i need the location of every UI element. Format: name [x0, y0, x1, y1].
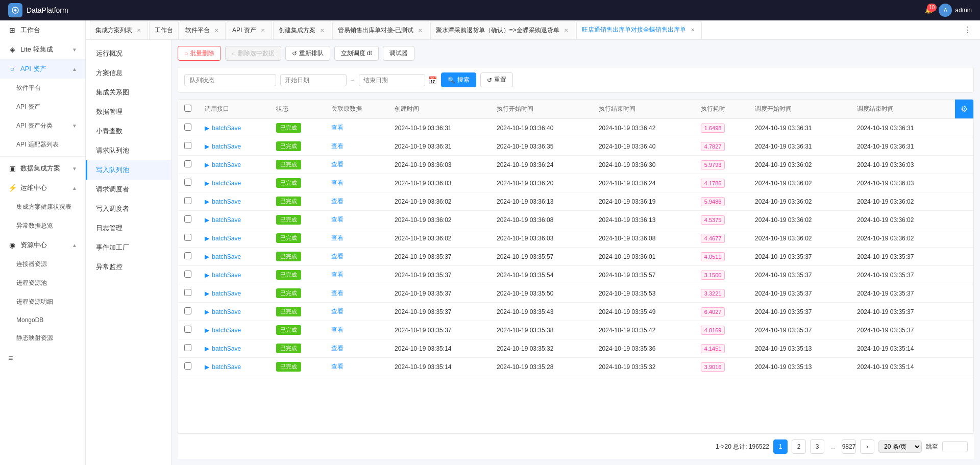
row-checkbox-0[interactable]	[184, 124, 191, 131]
api-link-10[interactable]: batchSave	[212, 308, 241, 315]
left-nav-write-scheduler[interactable]: 写入调度者	[86, 199, 171, 218]
row-checkbox-8[interactable]	[184, 271, 191, 278]
related-link-1[interactable]: 查看	[331, 142, 344, 150]
sidebar-item-health[interactable]: 集成方案健康状况表	[0, 198, 85, 216]
row-checkbox-6[interactable]	[184, 234, 191, 241]
row-checkbox-12[interactable]	[184, 344, 191, 351]
row-checkbox-7[interactable]	[184, 252, 191, 259]
play-icon-2[interactable]: ▶	[205, 161, 209, 168]
api-link-5[interactable]: batchSave	[212, 216, 241, 224]
left-nav-log-mgmt[interactable]: 日志管理	[86, 218, 171, 238]
related-link-9[interactable]: 查看	[331, 289, 344, 297]
row-checkbox-1[interactable]	[184, 142, 191, 149]
related-link-8[interactable]: 查看	[331, 271, 344, 278]
api-link-2[interactable]: batchSave	[212, 161, 241, 168]
play-icon-0[interactable]: ▶	[205, 125, 209, 132]
tab-close-api[interactable]: ✕	[259, 27, 266, 34]
sidebar-item-api-assets[interactable]: ○ API 资产 ▲	[0, 59, 85, 79]
sidebar-item-mongodb[interactable]: MongoDB	[0, 311, 85, 329]
row-checkbox-3[interactable]	[184, 179, 191, 186]
search-button[interactable]: 🔍 搜索	[441, 72, 476, 87]
row-checkbox-11[interactable]	[184, 326, 191, 333]
sidebar-expand-btn[interactable]: ≡	[0, 348, 85, 369]
play-icon-6[interactable]: ▶	[205, 235, 209, 242]
left-nav-anomaly-monitor[interactable]: 异常监控	[86, 257, 171, 277]
tab-api-assets[interactable]: API 资产 ✕	[227, 21, 272, 39]
play-icon-13[interactable]: ▶	[205, 363, 209, 371]
play-icon-9[interactable]: ▶	[205, 290, 209, 297]
page-btn-3[interactable]: 3	[810, 439, 824, 454]
api-link-4[interactable]: batchSave	[212, 198, 241, 205]
left-nav-small-cyan[interactable]: 小青查数	[86, 121, 171, 141]
related-link-4[interactable]: 查看	[331, 198, 344, 205]
tab-close-integration-list[interactable]: ✕	[135, 27, 142, 34]
sidebar-item-static-mapping[interactable]: 静态映射资源	[0, 329, 85, 348]
play-icon-8[interactable]: ▶	[205, 272, 209, 279]
sidebar-item-api-adapter[interactable]: API 适配器列表	[0, 135, 85, 154]
page-size-select[interactable]: 20 条/页 50 条/页 100 条/页	[878, 440, 922, 453]
queue-status-input[interactable]	[184, 74, 276, 86]
batch-delete-button[interactable]: ○ 批量删除	[178, 46, 221, 61]
related-link-13[interactable]: 查看	[331, 363, 344, 370]
api-link-13[interactable]: batchSave	[212, 363, 241, 371]
page-next-btn[interactable]: ›	[860, 439, 874, 454]
tab-software[interactable]: 软件平台 ✕	[180, 21, 226, 39]
api-link-3[interactable]: batchSave	[212, 180, 241, 187]
related-link-0[interactable]: 查看	[331, 124, 344, 131]
left-nav-run-overview[interactable]: 运行概况	[86, 44, 171, 63]
api-link-12[interactable]: batchSave	[212, 345, 241, 352]
row-checkbox-10[interactable]	[184, 307, 191, 314]
row-checkbox-13[interactable]	[184, 362, 191, 370]
calendar-icon[interactable]: 📅	[428, 76, 437, 84]
api-link-9[interactable]: batchSave	[212, 290, 241, 297]
play-icon-4[interactable]: ▶	[205, 198, 209, 205]
related-link-12[interactable]: 查看	[331, 345, 344, 352]
sidebar-item-process-pool[interactable]: 进程资源池	[0, 274, 85, 292]
tab-sales-outbound[interactable]: 管易销售出库单对接-已测试 ✕	[332, 21, 429, 39]
play-icon-7[interactable]: ▶	[205, 253, 209, 260]
tab-close-sales[interactable]: ✕	[416, 27, 424, 34]
api-link-7[interactable]: batchSave	[212, 253, 241, 260]
reset-button[interactable]: ↺ 重置	[480, 72, 513, 87]
goto-input[interactable]	[942, 441, 968, 452]
sidebar-item-workbench[interactable]: ⊞ 工作台	[0, 20, 85, 40]
play-icon-1[interactable]: ▶	[205, 143, 209, 150]
api-link-1[interactable]: batchSave	[212, 143, 241, 150]
schedule-dt-button[interactable]: 立刻调度 dt	[334, 46, 379, 61]
notification-button[interactable]: 🔔 10	[925, 7, 933, 14]
related-link-11[interactable]: 查看	[331, 326, 344, 333]
tab-wangdian-sales[interactable]: 旺店通销售出库单对接全蝶销售出库单 ✕	[576, 21, 702, 39]
related-link-10[interactable]: 查看	[331, 308, 344, 315]
tab-purchase-return[interactable]: 聚水潭采购退货单（确认）=>金蝶采购退货单 ✕	[430, 21, 575, 39]
sidebar-item-connectors[interactable]: 连接器资源	[0, 255, 85, 274]
select-all-checkbox[interactable]	[184, 105, 191, 112]
play-icon-3[interactable]: ▶	[205, 180, 209, 187]
related-link-3[interactable]: 查看	[331, 179, 344, 186]
sidebar-item-process-detail[interactable]: 进程资源明细	[0, 292, 85, 311]
sidebar-item-software[interactable]: 软件平台	[0, 79, 85, 97]
api-link-8[interactable]: batchSave	[212, 272, 241, 279]
sidebar-item-anomaly[interactable]: 异常数据总览	[0, 216, 85, 235]
row-checkbox-2[interactable]	[184, 160, 191, 167]
tab-create-integration[interactable]: 创建集成方案 ✕	[273, 21, 331, 39]
user-menu[interactable]: A admin	[939, 4, 972, 17]
re-sort-button[interactable]: ↺ 重新排队	[285, 46, 330, 61]
play-icon-5[interactable]: ▶	[205, 216, 209, 224]
left-nav-request-queue[interactable]: 请求队列池	[86, 141, 171, 160]
debugger-button[interactable]: 调试器	[383, 46, 414, 61]
settings-button[interactable]: ⚙	[955, 100, 973, 118]
tab-more-button[interactable]: ⋮	[960, 25, 976, 35]
tab-workbench[interactable]: 工作台	[149, 21, 179, 39]
sidebar-item-api-resource[interactable]: API 资产	[0, 97, 85, 116]
page-btn-2[interactable]: 2	[792, 439, 806, 454]
delete-selected-button[interactable]: ○ 删除选中数据	[225, 46, 281, 61]
sidebar-item-resource[interactable]: ◉ 资源中心 ▲	[0, 235, 85, 255]
api-link-6[interactable]: batchSave	[212, 235, 241, 242]
start-date-input[interactable]	[280, 74, 347, 86]
end-date-input[interactable]	[359, 74, 425, 86]
tab-close-create[interactable]: ✕	[318, 27, 326, 34]
left-nav-data-mgmt[interactable]: 数据管理	[86, 102, 171, 121]
row-checkbox-5[interactable]	[184, 215, 191, 223]
sidebar-item-data-integration[interactable]: ▣ 数据集成方案 ▼	[0, 159, 85, 178]
play-icon-12[interactable]: ▶	[205, 345, 209, 352]
